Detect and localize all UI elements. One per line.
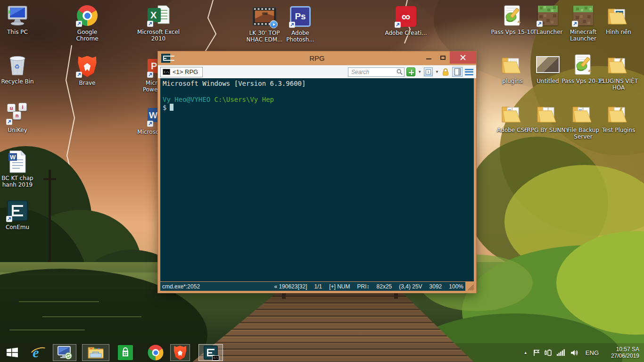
conemu-window: RPG C:\ <1> RPG ▼ 1 ▼ Microsoft Windows … bbox=[157, 51, 477, 293]
taskbar: e C:\ bbox=[0, 343, 644, 362]
desktop-icon-conemu[interactable]: ConEmu bbox=[0, 199, 39, 230]
status-zoom: 100% bbox=[449, 283, 463, 290]
taskbar-windows-store[interactable] bbox=[116, 344, 135, 361]
console-input-line: $ bbox=[163, 104, 474, 112]
lock-icon[interactable] bbox=[441, 67, 450, 76]
network-signal-icon[interactable] bbox=[554, 349, 568, 356]
action-center-flag-icon[interactable] bbox=[531, 349, 542, 356]
conemu-icon bbox=[5, 199, 30, 222]
window-list-dropdown-icon[interactable]: ▼ bbox=[435, 70, 439, 74]
remote-desktop-icon bbox=[57, 346, 72, 360]
folder-icon bbox=[500, 53, 525, 76]
taskbar-conemu-active[interactable]: C:\ bbox=[198, 344, 223, 361]
file-explorer-icon bbox=[87, 346, 104, 360]
desktop-icon-unikey[interactable]: u i n UniKey bbox=[0, 102, 39, 133]
panel-icon bbox=[454, 68, 461, 75]
maximize-button[interactable] bbox=[436, 51, 450, 64]
new-console-dropdown-icon[interactable]: ▼ bbox=[418, 70, 421, 74]
volume-icon[interactable] bbox=[568, 349, 581, 356]
clock[interactable]: 10:57 SA 27/06/2019 bbox=[604, 346, 644, 359]
this-pc-icon bbox=[5, 4, 30, 27]
window-number: 1 bbox=[426, 69, 431, 74]
search-icon bbox=[396, 69, 403, 75]
svg-text:P: P bbox=[151, 61, 157, 71]
svg-text:W: W bbox=[149, 110, 157, 120]
close-button[interactable] bbox=[450, 51, 476, 64]
tab-bar: C:\ <1> RPG ▼ 1 ▼ bbox=[158, 65, 476, 78]
shortcut-arrow-icon bbox=[6, 216, 12, 222]
desktop-icon-test-plugins[interactable]: Test Plugins bbox=[597, 102, 640, 133]
minecraft-block-icon bbox=[536, 4, 560, 27]
notepadpp-file-icon bbox=[500, 4, 525, 27]
chrome-icon bbox=[148, 345, 164, 361]
console-area[interactable]: Microsoft Windows [Version 6.3.9600] Vy … bbox=[158, 78, 476, 281]
taskbar-remote-desktop[interactable] bbox=[53, 344, 76, 361]
desktop-icon-label: UniKey bbox=[8, 127, 27, 133]
new-console-button[interactable] bbox=[406, 67, 415, 76]
desktop-icon-creative-cloud[interactable]: ∞ Adobe Creati... bbox=[384, 5, 428, 36]
desktop-icon-label: This PC bbox=[7, 29, 28, 35]
shortcut-arrow-icon bbox=[147, 121, 153, 127]
desktop-icon-label: Untitled bbox=[537, 78, 559, 84]
folder-files-icon bbox=[536, 102, 560, 125]
cmd-badge-icon: C:\ bbox=[212, 355, 219, 361]
shortcut-arrow-icon bbox=[572, 21, 578, 27]
shortcut-arrow-icon bbox=[395, 22, 401, 28]
prompt-path: C:\Users\Vy Hep bbox=[210, 96, 274, 103]
desktop-icon-this-pc[interactable]: This PC bbox=[0, 4, 39, 35]
status-console-size: 82x25 bbox=[377, 283, 392, 290]
tray-expand-icon[interactable]: ▲ bbox=[520, 351, 531, 355]
minimize-button[interactable] bbox=[421, 51, 436, 64]
console-line-blank bbox=[163, 88, 474, 96]
desktop-icon-plugins-viet-hoa[interactable]: PLUGINS VIỆT HÓA bbox=[597, 53, 640, 91]
desktop-icon-label: Adobe Photosh... bbox=[279, 30, 322, 43]
desktop-icon-label: Recycle Bin bbox=[1, 78, 33, 85]
taskbar-brave[interactable] bbox=[170, 344, 190, 361]
desktop-icon-label: ConEmu bbox=[6, 224, 29, 230]
minecraft-block-icon bbox=[571, 4, 595, 27]
notepadpp-file-icon bbox=[571, 53, 595, 76]
desktop-icon-label: Test Plugins bbox=[602, 127, 635, 133]
svg-text:♻: ♻ bbox=[14, 63, 20, 70]
desktop-icon-recycle-bin[interactable]: ♻ Recycle Bin bbox=[0, 53, 39, 85]
video-file-icon bbox=[252, 5, 277, 28]
taskbar-chrome[interactable] bbox=[146, 344, 165, 361]
hamburger-menu-icon[interactable] bbox=[465, 68, 473, 76]
desktop-icon-excel[interactable]: X Microsoft Excel 2010 bbox=[137, 4, 180, 42]
desktop-icon-photoshop[interactable]: Ps Adobe Photosh... bbox=[279, 5, 322, 43]
power-plug-icon[interactable] bbox=[542, 349, 554, 356]
play-overlay-icon bbox=[270, 20, 278, 28]
taskbar-file-explorer[interactable] bbox=[82, 344, 109, 361]
desktop-icon-label: Hình nền bbox=[606, 29, 631, 35]
windows-logo-icon bbox=[6, 347, 18, 358]
minimize-icon bbox=[426, 58, 431, 59]
desktop-icon-label: plugins bbox=[502, 78, 522, 84]
desktop-icon-google-chrome[interactable]: Google Chrome bbox=[66, 4, 109, 42]
text-cursor bbox=[170, 104, 173, 111]
search-input[interactable] bbox=[348, 67, 405, 77]
clock-time: 10:57 SA bbox=[604, 346, 639, 353]
desktop-icon-bc-kt-doc[interactable]: W BC KT chap hanh 2019 bbox=[0, 150, 39, 188]
taskbar-internet-explorer[interactable]: e bbox=[26, 344, 45, 361]
console-line: Microsoft Windows [Version 6.3.9600] bbox=[163, 80, 474, 88]
desktop-icon-brave[interactable]: Brave bbox=[66, 55, 109, 86]
clock-date: 27/06/2019 bbox=[604, 353, 639, 359]
creative-cloud-icon: ∞ bbox=[394, 5, 418, 28]
language-indicator[interactable]: ENG bbox=[581, 349, 604, 356]
console-tab-rpg[interactable]: C:\ <1> RPG bbox=[160, 67, 203, 77]
close-icon bbox=[460, 55, 466, 60]
desktop-icon-hinh-nen[interactable]: Hình nền bbox=[597, 4, 640, 35]
start-button[interactable] bbox=[5, 344, 20, 361]
folder-files-icon bbox=[500, 102, 525, 125]
svg-text:X: X bbox=[150, 10, 157, 20]
window-list-button[interactable]: 1 bbox=[424, 67, 433, 76]
system-tray: ▲ ENG 10:57 SA 27/06/2019 bbox=[520, 343, 644, 362]
tab-label: <1> RPG bbox=[173, 68, 198, 75]
window-bottom-frame bbox=[158, 291, 476, 293]
folder-pictures-icon bbox=[606, 4, 631, 27]
title-bar[interactable]: RPG bbox=[158, 51, 476, 65]
resize-grip[interactable] bbox=[465, 282, 474, 291]
photoshop-icon: Ps bbox=[288, 5, 313, 28]
panel-toggle-button[interactable] bbox=[452, 67, 462, 77]
desktop-icon-label: Microsoft Excel 2010 bbox=[137, 29, 180, 42]
